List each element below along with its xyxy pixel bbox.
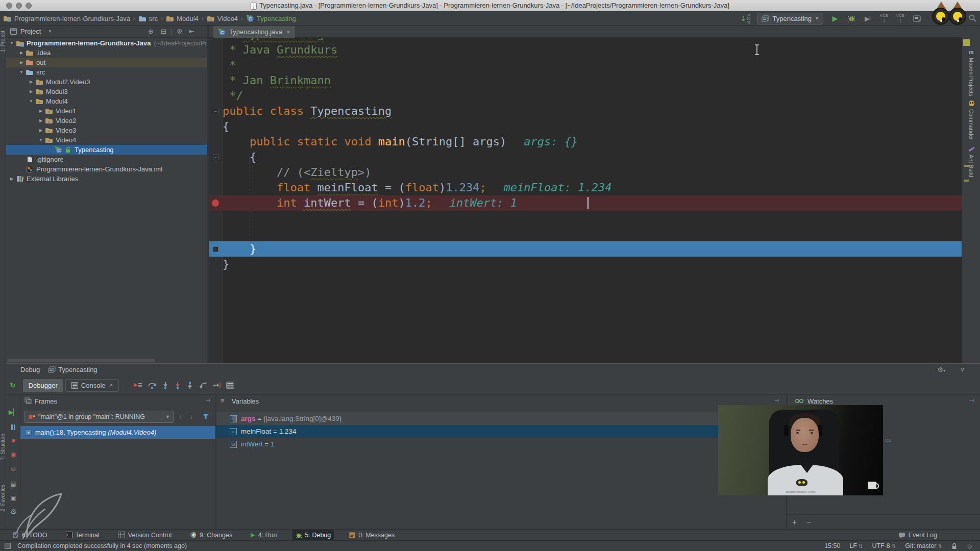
thread-dump-icon[interactable]: ▤ [6, 481, 20, 487]
warning-stripe-mark[interactable] [964, 180, 969, 182]
tree-arrow-icon[interactable]: ▶ [8, 177, 15, 181]
drop-frame-icon[interactable] [199, 382, 207, 389]
deployment-icon[interactable] [912, 13, 921, 24]
toolwindow-button-terminal[interactable]: ›_Terminal [63, 530, 103, 541]
sync-sources-icon[interactable]: ⇣011001 [741, 13, 751, 24]
next-frame-icon[interactable]: ↓ [190, 413, 193, 420]
hector-icon[interactable]: ☺ [966, 543, 973, 549]
fold-icon[interactable]: − [213, 155, 218, 160]
tree-item-programmieren-lernen-grundkurs-java[interactable]: ▼Programmieren-lernen-Grundkurs-Java(~/I… [6, 38, 207, 48]
tab-debugger[interactable]: Debugger [23, 379, 63, 392]
add-watch-button[interactable]: + [792, 518, 797, 527]
tree-arrow-icon[interactable]: ▶ [37, 118, 44, 123]
tree-item-out[interactable]: ▶out [6, 58, 207, 67]
variable-row-meinFloat[interactable]: 18meinFloat = 1.234 [216, 425, 786, 438]
thread-selector[interactable]: ≣● "main"@1 in group "main": RUNNING ▼ [24, 411, 174, 423]
code-line-12[interactable] [209, 211, 962, 226]
code-line-2[interactable]: * [209, 58, 962, 73]
lock-icon[interactable] [951, 543, 957, 549]
tree-arrow-icon[interactable]: ▼ [18, 70, 25, 74]
chevron-down-icon[interactable]: ▼ [48, 29, 52, 34]
fold-icon[interactable]: − [213, 109, 218, 114]
remove-watch-button[interactable]: − [806, 518, 811, 527]
hide-panel-icon[interactable]: ⇤ [189, 28, 194, 35]
run-button[interactable]: ▶ [830, 13, 840, 24]
code-line-1[interactable]: * Java Grundkurs [209, 42, 962, 58]
tree-arrow-icon[interactable]: ▼ [37, 138, 44, 142]
toolwindow-button-version-control[interactable]: ↓↑Version Control [115, 530, 175, 541]
code-line-10[interactable]: float meinFloat = (float)1.234;meinFloat… [209, 180, 962, 195]
filter-icon[interactable] [202, 413, 209, 420]
tree-item-video3[interactable]: ▶Video3 [6, 126, 207, 135]
toolwindow-button-9-changes[interactable]: 9: Changes [187, 530, 235, 541]
breadcrumb-item[interactable]: Programmieren-lernen-Grundkurs-Java [3, 15, 130, 22]
hide-panel-icon[interactable]: ∨ [960, 366, 965, 373]
breadcrumb-item[interactable]: Video4 [207, 15, 238, 22]
tree-arrow-icon[interactable]: ▶ [28, 89, 35, 94]
tree-item-video2[interactable]: ▶Video2 [6, 116, 207, 126]
hide-panel-icon[interactable]: ⊣ [205, 397, 210, 404]
code-line-9[interactable]: // (<Zieltyp>) [209, 165, 962, 180]
code-line-8[interactable]: − { [209, 149, 962, 165]
code-line-0[interactable]: * Typencasting [209, 38, 962, 42]
tree-arrow-icon[interactable]: ▼ [8, 41, 15, 45]
toolwindow-button--project[interactable]: 1: Project [0, 31, 6, 52]
mute-breakpoints-icon[interactable]: ⊘ [6, 465, 20, 472]
code-line-14[interactable]: − } [209, 241, 962, 257]
toolwindow-button--structure[interactable]: 7: Structure [0, 434, 6, 460]
code-line-13[interactable] [209, 226, 962, 241]
tree-item-programmieren-lernen-grundkurs-java-iml[interactable]: Programmieren-lernen-Grundkurs-Java.iml [6, 164, 207, 174]
toolwindow-button-0-messages[interactable]: 0: Messages [346, 530, 398, 541]
tree-arrow-icon[interactable]: ▶ [37, 109, 44, 113]
toolwindow-button-4-run[interactable]: ▶4: Run [248, 530, 280, 541]
tree-arrow-icon[interactable]: ▼ [28, 99, 35, 104]
tree-item-modul2-video3[interactable]: ▶Modul2.Video3 [6, 77, 207, 87]
breadcrumb-item[interactable]: Modul4 [166, 15, 199, 22]
pause-icon[interactable] [6, 424, 20, 430]
code-editor[interactable]: * Typencasting * Java Grundkurs * * Jan … [209, 38, 962, 363]
toolwindow-button-maven-projects[interactable]: mMaven Projects [962, 49, 980, 96]
tab-typencasting-java[interactable]: C Typencasting.java × [213, 26, 295, 38]
inspection-status-square[interactable] [963, 39, 970, 46]
breadcrumb-item[interactable]: src [138, 15, 158, 22]
toolwindow-button--favorites[interactable]: 2: Favorites [0, 485, 6, 511]
toolwindow-button-ant-build[interactable]: Ant Build [962, 146, 980, 177]
evaluate-expression-icon[interactable] [226, 382, 234, 389]
step-out-icon[interactable] [186, 382, 193, 389]
line-ending-selector[interactable]: LF⇅ [849, 542, 863, 549]
tree-arrow-icon[interactable]: ▶ [18, 51, 25, 55]
tree-arrow-icon[interactable]: ▶ [37, 128, 44, 133]
tree-item--idea[interactable]: ▶.idea [6, 48, 207, 58]
toolwindow-button-commander[interactable]: Commander [962, 100, 980, 140]
tree-item-typencasting[interactable]: CTypencasting [6, 145, 207, 155]
resume-icon[interactable]: ▶▏ [6, 409, 20, 415]
breakpoint-icon[interactable] [212, 199, 219, 207]
encoding-selector[interactable]: UTF-8⇅ [872, 542, 896, 549]
code-line-11[interactable]: int intWert = (int)1.2;intWert: 1 [209, 195, 962, 211]
debug-button[interactable] [847, 13, 856, 24]
collapse-all-icon[interactable]: ⊟ [161, 28, 166, 35]
fold-icon[interactable]: − [213, 246, 218, 252]
code-line-3[interactable]: * Jan Brinkmann [209, 73, 962, 88]
tree-item-video4[interactable]: ▼Video4 [6, 135, 207, 145]
code-line-6[interactable]: { [209, 119, 962, 134]
code-line-5[interactable]: −public class Typencasting [209, 104, 962, 119]
code-line-4[interactable]: */ [209, 88, 962, 104]
show-execution-point-icon[interactable] [133, 382, 142, 389]
search-everywhere-icon[interactable] [969, 14, 976, 22]
variable-row-intWert[interactable]: 18intWert = 1 [216, 438, 786, 450]
run-to-cursor-icon[interactable] [212, 382, 221, 389]
tree-item-modul3[interactable]: ▶Modul3 [6, 87, 207, 96]
prev-frame-icon[interactable]: ↑ [179, 413, 182, 420]
tree-item-modul4[interactable]: ▼Modul4 [6, 96, 207, 106]
project-panel-header[interactable]: Project ▼ ⊕ ⊟ | ⚙ ⇤ [6, 26, 207, 38]
force-step-into-icon[interactable] [174, 382, 181, 389]
coverage-button[interactable]: ▶⠿ [863, 13, 872, 24]
settings-gear-icon[interactable]: ⚙▾ [937, 366, 945, 373]
hide-panel-icon[interactable]: ⊣ [969, 397, 974, 404]
tree-arrow-icon[interactable]: ▶ [18, 60, 25, 65]
view-breakpoints-icon[interactable]: ◉ [6, 451, 20, 458]
code-line-15[interactable]: } [209, 257, 962, 272]
tree-item-video1[interactable]: ▶Video1 [6, 106, 207, 116]
stack-frame-row[interactable]: s main():18, Typencasting (Modul4.Video4… [20, 426, 215, 439]
